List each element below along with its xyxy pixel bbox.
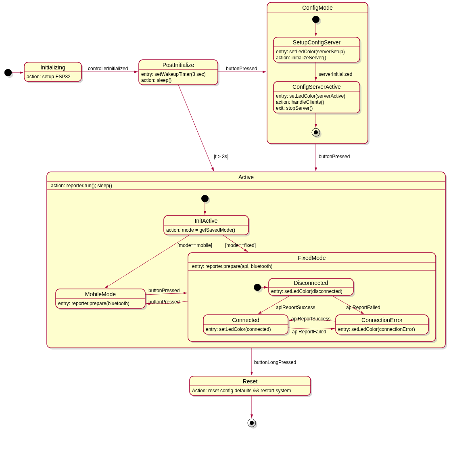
state-action: entry: reporter.prepare(api, bluetooth) bbox=[192, 264, 272, 269]
transition-label: [mode==fixed] bbox=[225, 243, 256, 248]
transition-label: [mode==mobile] bbox=[177, 243, 212, 248]
state-postinitialize: PostInitialize entry: setWakeupTimer(3 s… bbox=[139, 60, 219, 86]
transition-label: controllerInitialized bbox=[88, 66, 128, 71]
svg-point-1 bbox=[4, 69, 12, 76]
transition-label: buttonPressed bbox=[226, 66, 257, 71]
initial-state bbox=[312, 16, 319, 23]
state-action: action: reporter.run(); sleep() bbox=[51, 183, 112, 188]
initial-state bbox=[254, 284, 261, 291]
state-title: PostInitialize bbox=[163, 62, 194, 68]
state-action: entry: setLedColor(serverActive) bbox=[276, 93, 345, 99]
transition-label: apiReportSuccess bbox=[291, 316, 330, 322]
state-title: InitActive bbox=[195, 218, 218, 224]
state-title: ConnectionError bbox=[361, 317, 403, 323]
state-action: action: setup ESP32 bbox=[27, 74, 71, 80]
svg-point-19 bbox=[314, 130, 318, 134]
transition-label: apiReportFailed bbox=[292, 329, 326, 335]
state-action: action: handleClients() bbox=[276, 99, 324, 105]
state-active: Active action: reporter.run(); sleep() I… bbox=[47, 172, 447, 349]
state-diagram: Initializing action: setup ESP32 PostIni… bbox=[0, 0, 476, 454]
state-action: action: mode = getSavedMode() bbox=[166, 227, 235, 233]
state-title: Active bbox=[238, 174, 254, 180]
state-action: entry: setLedColor(serverSetup) bbox=[276, 49, 345, 54]
state-title: ConfigMode bbox=[302, 4, 333, 11]
transition-label: apiReportSuccess bbox=[276, 305, 315, 310]
state-action: entry: setLedColor(connectionError) bbox=[338, 326, 415, 332]
svg-point-49 bbox=[250, 421, 254, 425]
state-title: FixedMode bbox=[298, 255, 326, 261]
state-action: Action: reset config defaults && restart… bbox=[192, 388, 291, 393]
transition bbox=[178, 85, 214, 171]
state-title: SetupConfigServer bbox=[293, 39, 341, 46]
transition-label: buttonPressed bbox=[148, 299, 180, 305]
state-title: ConfigServerActive bbox=[292, 84, 341, 90]
state-action: entry: setLedColor(disconnected) bbox=[271, 289, 342, 294]
state-action: entry: setLedColor(connected) bbox=[206, 326, 271, 332]
transition-label: buttonPressed bbox=[319, 154, 350, 159]
state-title: Connected bbox=[232, 317, 259, 323]
transition-label: apiReportFailed bbox=[346, 305, 380, 310]
state-reset: Reset Action: reset config defaults && r… bbox=[190, 376, 312, 397]
initial-state bbox=[201, 195, 209, 202]
state-action: action: sleep() bbox=[141, 77, 171, 83]
transition-label: buttonLongPressed bbox=[254, 360, 296, 365]
transition-label: buttonPressed bbox=[148, 288, 180, 293]
state-title: Reset bbox=[243, 378, 258, 385]
state-initializing: Initializing action: setup ESP32 bbox=[24, 62, 83, 83]
state-title: Disconnected bbox=[294, 280, 328, 286]
state-configmode: ConfigMode SetupConfigServer entry: setL… bbox=[267, 2, 370, 145]
state-title: MobileMode bbox=[85, 291, 116, 297]
state-action: action: initializeServer() bbox=[276, 55, 326, 61]
transition-label: serverInitialized bbox=[319, 71, 352, 77]
state-action: entry: setWakeupTimer(3 sec) bbox=[141, 71, 206, 77]
state-title: Initializing bbox=[40, 64, 65, 71]
transition-label: [t > 3s] bbox=[214, 154, 228, 159]
state-action: exit: stopServer() bbox=[276, 105, 313, 111]
state-action: entry: reporter.prepare(bluetooth) bbox=[58, 301, 129, 306]
